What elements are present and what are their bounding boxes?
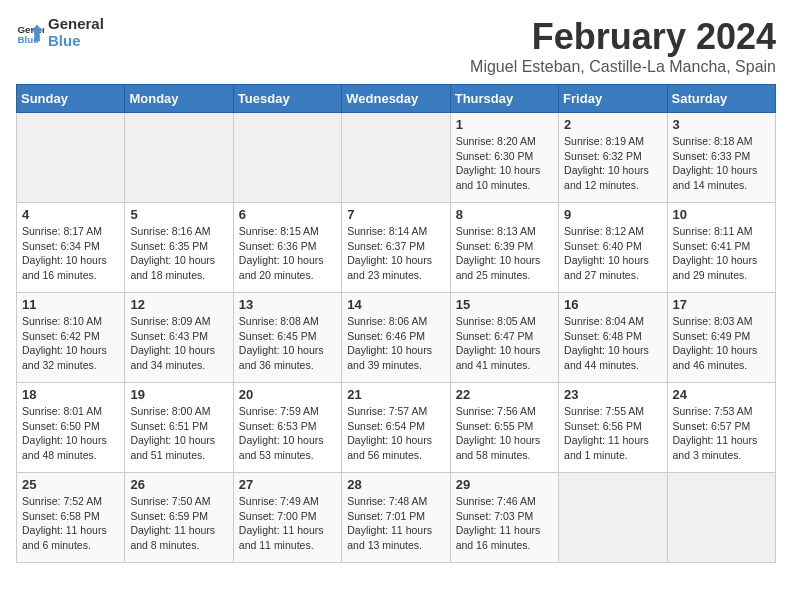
day-number: 3 xyxy=(673,117,770,132)
calendar-cell: 16Sunrise: 8:04 AMSunset: 6:48 PMDayligh… xyxy=(559,293,667,383)
calendar-week-4: 18Sunrise: 8:01 AMSunset: 6:50 PMDayligh… xyxy=(17,383,776,473)
calendar-cell xyxy=(233,113,341,203)
weekday-header-saturday: Saturday xyxy=(667,85,775,113)
calendar-cell: 29Sunrise: 7:46 AMSunset: 7:03 PMDayligh… xyxy=(450,473,558,563)
day-number: 2 xyxy=(564,117,661,132)
calendar-week-5: 25Sunrise: 7:52 AMSunset: 6:58 PMDayligh… xyxy=(17,473,776,563)
logo: General Blue General Blue xyxy=(16,16,104,49)
day-number: 28 xyxy=(347,477,444,492)
calendar-cell: 14Sunrise: 8:06 AMSunset: 6:46 PMDayligh… xyxy=(342,293,450,383)
calendar-cell: 15Sunrise: 8:05 AMSunset: 6:47 PMDayligh… xyxy=(450,293,558,383)
day-info: Sunrise: 8:08 AMSunset: 6:45 PMDaylight:… xyxy=(239,314,336,373)
day-info: Sunrise: 7:57 AMSunset: 6:54 PMDaylight:… xyxy=(347,404,444,463)
weekday-header-thursday: Thursday xyxy=(450,85,558,113)
title-area: February 2024 Miguel Esteban, Castille-L… xyxy=(470,16,776,76)
day-number: 15 xyxy=(456,297,553,312)
calendar-header: SundayMondayTuesdayWednesdayThursdayFrid… xyxy=(17,85,776,113)
calendar-cell xyxy=(342,113,450,203)
day-number: 20 xyxy=(239,387,336,402)
calendar-cell: 2Sunrise: 8:19 AMSunset: 6:32 PMDaylight… xyxy=(559,113,667,203)
day-info: Sunrise: 8:01 AMSunset: 6:50 PMDaylight:… xyxy=(22,404,119,463)
day-info: Sunrise: 8:17 AMSunset: 6:34 PMDaylight:… xyxy=(22,224,119,283)
day-info: Sunrise: 8:06 AMSunset: 6:46 PMDaylight:… xyxy=(347,314,444,373)
calendar-cell: 19Sunrise: 8:00 AMSunset: 6:51 PMDayligh… xyxy=(125,383,233,473)
day-info: Sunrise: 8:00 AMSunset: 6:51 PMDaylight:… xyxy=(130,404,227,463)
calendar-table: SundayMondayTuesdayWednesdayThursdayFrid… xyxy=(16,84,776,563)
day-info: Sunrise: 7:50 AMSunset: 6:59 PMDaylight:… xyxy=(130,494,227,553)
weekday-header-tuesday: Tuesday xyxy=(233,85,341,113)
calendar-cell: 7Sunrise: 8:14 AMSunset: 6:37 PMDaylight… xyxy=(342,203,450,293)
logo-blue: Blue xyxy=(48,33,104,50)
calendar-cell: 6Sunrise: 8:15 AMSunset: 6:36 PMDaylight… xyxy=(233,203,341,293)
day-number: 14 xyxy=(347,297,444,312)
weekday-header-sunday: Sunday xyxy=(17,85,125,113)
day-number: 4 xyxy=(22,207,119,222)
day-number: 11 xyxy=(22,297,119,312)
day-info: Sunrise: 8:11 AMSunset: 6:41 PMDaylight:… xyxy=(673,224,770,283)
calendar-cell: 23Sunrise: 7:55 AMSunset: 6:56 PMDayligh… xyxy=(559,383,667,473)
day-info: Sunrise: 8:04 AMSunset: 6:48 PMDaylight:… xyxy=(564,314,661,373)
day-number: 5 xyxy=(130,207,227,222)
day-number: 12 xyxy=(130,297,227,312)
calendar-week-1: 1Sunrise: 8:20 AMSunset: 6:30 PMDaylight… xyxy=(17,113,776,203)
day-number: 24 xyxy=(673,387,770,402)
day-number: 17 xyxy=(673,297,770,312)
calendar-cell: 10Sunrise: 8:11 AMSunset: 6:41 PMDayligh… xyxy=(667,203,775,293)
day-info: Sunrise: 8:19 AMSunset: 6:32 PMDaylight:… xyxy=(564,134,661,193)
day-info: Sunrise: 8:13 AMSunset: 6:39 PMDaylight:… xyxy=(456,224,553,283)
day-info: Sunrise: 7:46 AMSunset: 7:03 PMDaylight:… xyxy=(456,494,553,553)
calendar-cell: 13Sunrise: 8:08 AMSunset: 6:45 PMDayligh… xyxy=(233,293,341,383)
calendar-cell xyxy=(17,113,125,203)
day-number: 10 xyxy=(673,207,770,222)
calendar-cell: 3Sunrise: 8:18 AMSunset: 6:33 PMDaylight… xyxy=(667,113,775,203)
day-number: 13 xyxy=(239,297,336,312)
day-info: Sunrise: 8:03 AMSunset: 6:49 PMDaylight:… xyxy=(673,314,770,373)
calendar-cell: 5Sunrise: 8:16 AMSunset: 6:35 PMDaylight… xyxy=(125,203,233,293)
day-info: Sunrise: 8:14 AMSunset: 6:37 PMDaylight:… xyxy=(347,224,444,283)
calendar-cell: 28Sunrise: 7:48 AMSunset: 7:01 PMDayligh… xyxy=(342,473,450,563)
day-info: Sunrise: 7:59 AMSunset: 6:53 PMDaylight:… xyxy=(239,404,336,463)
weekday-header-friday: Friday xyxy=(559,85,667,113)
calendar-cell: 11Sunrise: 8:10 AMSunset: 6:42 PMDayligh… xyxy=(17,293,125,383)
day-info: Sunrise: 7:56 AMSunset: 6:55 PMDaylight:… xyxy=(456,404,553,463)
calendar-cell: 9Sunrise: 8:12 AMSunset: 6:40 PMDaylight… xyxy=(559,203,667,293)
calendar-cell: 1Sunrise: 8:20 AMSunset: 6:30 PMDaylight… xyxy=(450,113,558,203)
day-info: Sunrise: 7:53 AMSunset: 6:57 PMDaylight:… xyxy=(673,404,770,463)
calendar-cell: 26Sunrise: 7:50 AMSunset: 6:59 PMDayligh… xyxy=(125,473,233,563)
calendar-cell xyxy=(125,113,233,203)
day-number: 1 xyxy=(456,117,553,132)
day-info: Sunrise: 8:15 AMSunset: 6:36 PMDaylight:… xyxy=(239,224,336,283)
page-subtitle: Miguel Esteban, Castille-La Mancha, Spai… xyxy=(470,58,776,76)
calendar-cell: 18Sunrise: 8:01 AMSunset: 6:50 PMDayligh… xyxy=(17,383,125,473)
day-info: Sunrise: 8:05 AMSunset: 6:47 PMDaylight:… xyxy=(456,314,553,373)
calendar-cell: 22Sunrise: 7:56 AMSunset: 6:55 PMDayligh… xyxy=(450,383,558,473)
day-number: 7 xyxy=(347,207,444,222)
day-number: 16 xyxy=(564,297,661,312)
day-number: 26 xyxy=(130,477,227,492)
calendar-body: 1Sunrise: 8:20 AMSunset: 6:30 PMDaylight… xyxy=(17,113,776,563)
day-info: Sunrise: 7:49 AMSunset: 7:00 PMDaylight:… xyxy=(239,494,336,553)
day-number: 9 xyxy=(564,207,661,222)
day-info: Sunrise: 8:12 AMSunset: 6:40 PMDaylight:… xyxy=(564,224,661,283)
page-title: February 2024 xyxy=(470,16,776,58)
header: General Blue General Blue February 2024 … xyxy=(16,16,776,76)
calendar-cell xyxy=(667,473,775,563)
day-number: 29 xyxy=(456,477,553,492)
day-info: Sunrise: 7:52 AMSunset: 6:58 PMDaylight:… xyxy=(22,494,119,553)
day-number: 8 xyxy=(456,207,553,222)
calendar-cell: 12Sunrise: 8:09 AMSunset: 6:43 PMDayligh… xyxy=(125,293,233,383)
calendar-week-3: 11Sunrise: 8:10 AMSunset: 6:42 PMDayligh… xyxy=(17,293,776,383)
calendar-cell: 20Sunrise: 7:59 AMSunset: 6:53 PMDayligh… xyxy=(233,383,341,473)
calendar-cell: 25Sunrise: 7:52 AMSunset: 6:58 PMDayligh… xyxy=(17,473,125,563)
day-number: 25 xyxy=(22,477,119,492)
day-number: 21 xyxy=(347,387,444,402)
day-info: Sunrise: 7:48 AMSunset: 7:01 PMDaylight:… xyxy=(347,494,444,553)
day-number: 18 xyxy=(22,387,119,402)
weekday-header-monday: Monday xyxy=(125,85,233,113)
calendar-cell: 17Sunrise: 8:03 AMSunset: 6:49 PMDayligh… xyxy=(667,293,775,383)
day-info: Sunrise: 8:20 AMSunset: 6:30 PMDaylight:… xyxy=(456,134,553,193)
day-info: Sunrise: 8:18 AMSunset: 6:33 PMDaylight:… xyxy=(673,134,770,193)
day-number: 23 xyxy=(564,387,661,402)
day-info: Sunrise: 8:09 AMSunset: 6:43 PMDaylight:… xyxy=(130,314,227,373)
day-info: Sunrise: 8:16 AMSunset: 6:35 PMDaylight:… xyxy=(130,224,227,283)
